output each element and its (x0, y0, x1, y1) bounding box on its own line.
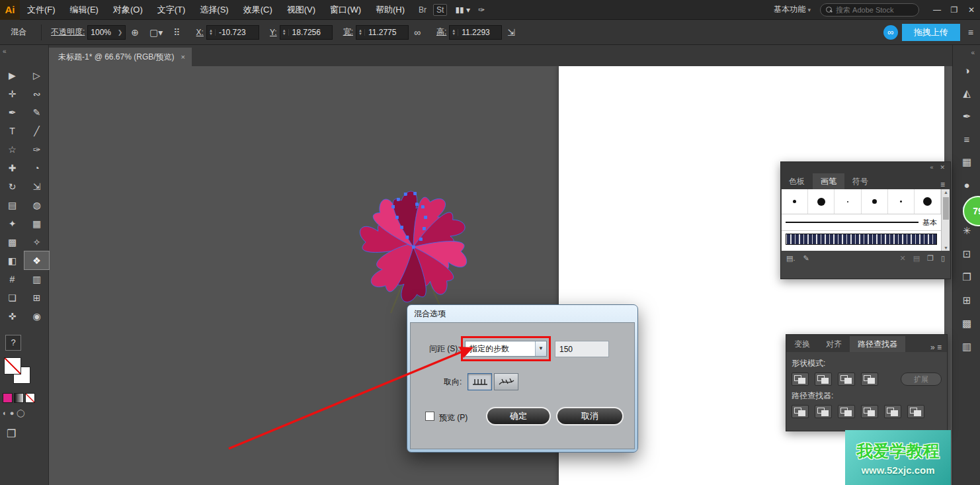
merge-button[interactable] (838, 405, 855, 418)
x-value[interactable]: -10.723 (216, 28, 246, 37)
brush-libraries-icon[interactable]: ▤. (786, 254, 795, 263)
menu-file[interactable]: 文件(F) (20, 0, 63, 20)
shape-builder-tool[interactable]: ◧ (0, 251, 24, 269)
menu-window[interactable]: 窗口(W) (323, 0, 368, 20)
direct-selection-tool[interactable]: ▷ (24, 66, 49, 84)
pencil-tool[interactable]: ✑ (24, 140, 49, 158)
brush-item[interactable] (915, 189, 941, 214)
menu-object[interactable]: 对象(O) (106, 0, 150, 20)
gradient-swatch[interactable] (14, 393, 24, 403)
blend-artwork[interactable] (327, 177, 499, 316)
menu-select[interactable]: 选择(S) (192, 0, 235, 20)
slice-tool[interactable]: ⊞ (24, 288, 49, 306)
cancel-button[interactable]: 取消 (556, 407, 624, 425)
fill-swatch[interactable] (4, 357, 21, 375)
trim-button[interactable] (815, 405, 832, 418)
draw-normal-icon[interactable]: ◐ (3, 409, 7, 418)
collapse-panel-icon[interactable]: « (930, 164, 933, 171)
exclude-button[interactable] (861, 373, 878, 386)
outline-button[interactable] (884, 405, 901, 418)
width-tool[interactable]: ▤ (0, 196, 24, 214)
blend-tool[interactable]: ❖ (24, 251, 49, 269)
artboards-panel-icon[interactable]: ❐ (962, 271, 971, 283)
type-tool[interactable]: T (0, 122, 24, 140)
delete-brush-icon[interactable]: ▯ (941, 254, 945, 263)
menu-view[interactable]: 视图(V) (280, 0, 323, 20)
expand-button[interactable]: 扩展 (901, 373, 942, 386)
mesh-tool[interactable]: ▦ (24, 214, 49, 232)
zoom-tool[interactable]: ◉ (24, 307, 49, 325)
color-guide-panel-icon[interactable]: ◭ (963, 87, 971, 99)
divide-button[interactable] (792, 405, 809, 418)
blend-options-dialog[interactable]: 混合选项 间距 (S): 指定的步数 ▼ 取向: 预览 ( (407, 304, 638, 453)
menu-edit[interactable]: 编辑(E) (63, 0, 106, 20)
new-brush-icon[interactable]: ❐ (927, 254, 934, 263)
menu-type[interactable]: 文字(T) (150, 0, 193, 20)
document-tab[interactable]: 未标题-1* @ 66.67% (RGB/预览) × (49, 48, 192, 66)
perspective-grid-tool[interactable]: # (0, 270, 24, 288)
tab-swatches[interactable]: 色板 (781, 173, 813, 189)
stepper-icon[interactable]: ▲▼ (356, 29, 365, 36)
minimize-button[interactable]: — (928, 0, 946, 20)
preview-checkbox[interactable] (425, 412, 434, 421)
stroke-panel-icon[interactable]: ≡ (964, 134, 970, 145)
menu-help[interactable]: 帮助(H) (368, 0, 412, 20)
tab-pathfinder[interactable]: 路径查找器 (850, 336, 905, 352)
height-field[interactable]: 高: ▲▼11.2293 (431, 25, 502, 40)
close-panel-icon[interactable]: ✕ (940, 164, 945, 171)
transform-icon[interactable]: ⇲ (507, 27, 515, 38)
list-icon[interactable]: ≡ (968, 27, 973, 38)
pattern-panel-icon[interactable]: ▩ (962, 318, 971, 330)
close-button[interactable]: ✕ (963, 0, 980, 20)
graphic-styles-panel-icon[interactable]: ✳ (963, 225, 971, 237)
brush-item[interactable] (835, 189, 861, 214)
none-swatch[interactable] (25, 393, 35, 403)
y-field[interactable]: Y: ▲▼18.7256 (265, 25, 333, 40)
width-value[interactable]: 11.2775 (365, 28, 397, 37)
ok-button[interactable]: 确定 (486, 407, 551, 425)
gradient-panel-icon[interactable]: ▦ (962, 156, 971, 168)
graph-tool[interactable]: ▥ (24, 270, 49, 288)
artboard-tool[interactable]: ❏ (0, 288, 24, 306)
hand-tool[interactable]: ✜ (0, 307, 24, 325)
x-field[interactable]: X: ▲▼-10.723 (191, 25, 259, 40)
scroll-up-icon[interactable]: ▲ (942, 190, 950, 195)
crop-button[interactable] (861, 405, 878, 418)
brush-item-basic[interactable]: 基本 (782, 214, 941, 231)
gradient-tool[interactable]: ▩ (0, 233, 24, 251)
hand-flourish-icon[interactable]: ✑ (478, 5, 485, 15)
paintbrush-tool[interactable]: ✚ (0, 159, 24, 177)
restore-button[interactable]: ❐ (946, 0, 963, 20)
tab-symbols[interactable]: 符号 (844, 173, 876, 189)
tab-brushes[interactable]: 画笔 (813, 173, 844, 189)
panel-menu-icon[interactable]: ≡ (940, 180, 950, 189)
stepper-icon[interactable]: ▲▼ (280, 29, 289, 36)
help-icon[interactable]: ? (5, 335, 21, 351)
stock-search[interactable] (820, 3, 919, 17)
magic-wand-tool[interactable]: ✛ (0, 85, 24, 103)
reference-point-icon[interactable]: ⠿ (173, 27, 180, 38)
y-value[interactable]: 18.7256 (289, 28, 321, 37)
scroll-thumb[interactable] (943, 197, 949, 220)
minus-front-button[interactable] (815, 373, 832, 386)
stepper-icon[interactable]: ▲▼ (450, 29, 458, 36)
dropdown-arrow-icon[interactable]: ▼ (535, 341, 546, 356)
opacity-field[interactable]: 100% ❯ (87, 25, 126, 40)
align-to-path-button[interactable] (494, 373, 518, 390)
shape-tool[interactable]: ☆ (0, 140, 24, 158)
appearance-panel-icon[interactable]: ✒ (963, 110, 971, 122)
steps-input[interactable] (555, 341, 609, 357)
document-setup-icon[interactable]: ⊕ (131, 27, 139, 38)
scroll-down-icon[interactable]: ▼ (942, 245, 950, 250)
fill-stroke-control[interactable] (4, 357, 33, 386)
expand-panel-icon[interactable]: » ≡ (930, 343, 947, 352)
width-field[interactable]: 宽: ▲▼11.2775 (338, 25, 409, 40)
brush-item[interactable] (782, 189, 808, 214)
draw-behind-icon[interactable]: ● (10, 409, 15, 418)
curvature-tool[interactable]: ✎ (24, 103, 49, 121)
unite-button[interactable] (792, 373, 809, 386)
minus-back-button[interactable] (907, 405, 924, 418)
layers-panel-icon[interactable]: ⊡ (963, 248, 971, 260)
close-tab-icon[interactable]: × (181, 48, 185, 66)
transparency-panel-icon[interactable]: ● (963, 179, 969, 191)
